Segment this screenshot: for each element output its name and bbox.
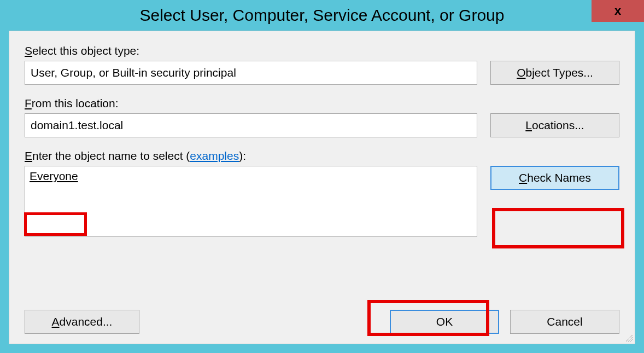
locations-button[interactable]: Locations... (490, 113, 619, 137)
object-type-section: Select this object type: User, Group, or… (25, 44, 619, 85)
object-type-label: Select this object type: (25, 44, 619, 57)
name-entry-label: Enter the object name to select (example… (25, 149, 619, 163)
bottom-button-row: Advanced... OK Cancel (25, 310, 619, 334)
resize-grip-icon[interactable] (624, 333, 633, 342)
advanced-button[interactable]: Advanced... (25, 310, 139, 334)
check-names-button[interactable]: Check Names (490, 166, 619, 190)
examples-link[interactable]: examples (190, 149, 239, 162)
object-type-field: User, Group, or Built-in security princi… (25, 61, 477, 85)
location-section: From this location: domain1.test.local L… (25, 97, 619, 137)
ok-button[interactable]: OK (390, 310, 499, 334)
name-entry-section: Enter the object name to select (example… (25, 149, 619, 237)
object-type-value: User, Group, or Built-in security princi… (31, 66, 236, 79)
location-value: domain1.test.local (31, 119, 123, 132)
cancel-button[interactable]: Cancel (510, 310, 619, 334)
window-title: Select User, Computer, Service Account, … (140, 6, 505, 25)
close-icon: x (614, 4, 621, 18)
location-field: domain1.test.local (25, 113, 477, 137)
svg-line-2 (630, 339, 633, 342)
resolved-object-name: Everyone (30, 170, 78, 183)
client-area: Select this object type: User, Group, or… (9, 31, 635, 344)
svg-line-1 (628, 337, 633, 342)
dialog-window: Select User, Computer, Service Account, … (0, 0, 644, 353)
title-bar: Select User, Computer, Service Account, … (0, 0, 644, 31)
object-types-button[interactable]: Object Types... (490, 61, 619, 85)
object-name-input[interactable]: Everyone (25, 166, 477, 237)
close-button[interactable]: x (592, 0, 644, 22)
location-label: From this location: (25, 97, 619, 110)
